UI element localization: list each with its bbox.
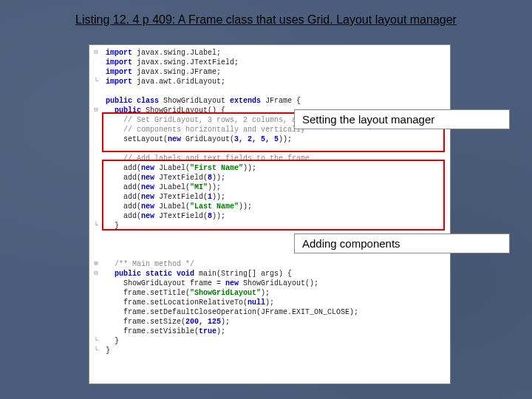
code-line: import javax.swing.JFrame;: [106, 67, 446, 77]
code-line: import javax.swing.JLabel;: [106, 48, 446, 58]
code-line: frame.setDefaultCloseOperation(JFrame.EX…: [106, 307, 446, 317]
code-line: [106, 86, 446, 96]
callout-setting-layout: Setting the layout manager: [294, 109, 510, 129]
code-line: add(new JLabel("MI"));: [106, 183, 446, 192]
code-line: add(new JLabel("First Name"));: [106, 163, 446, 173]
code-panel: ⊟ import javax.swing.JLabel; import java…: [89, 44, 451, 384]
code-line: frame.setTitle("ShowGridLayout");: [106, 288, 446, 298]
code-line: frame.setSize(200, 125);: [106, 317, 446, 327]
code-line: frame.setVisible(true);: [106, 327, 446, 336]
code-line: add(new JTextField(8));: [106, 211, 446, 221]
code-line: /** Main method */: [106, 259, 446, 269]
gutter-expand-icon: ⊞: [92, 259, 100, 269]
code-line: import java.awt.GridLayout;: [106, 77, 446, 86]
code-line: add(new JTextField(1));: [106, 192, 446, 202]
gutter-end-icon: └: [92, 346, 100, 355]
code-line: add(new JTextField(8));: [106, 173, 446, 183]
code-line: setLayout(new GridLayout(3, 2, 5, 5));: [106, 134, 446, 144]
code-line: import javax.swing.JTextField;: [106, 58, 446, 67]
code-line: }: [106, 346, 446, 355]
code-line: }: [106, 221, 446, 231]
code-line: ShowGridLayout frame = new ShowGridLayou…: [106, 279, 446, 288]
code-line: public static void main(String[] args) {: [106, 269, 446, 279]
gutter-collapse-icon: ⊟: [92, 48, 100, 58]
code-line: frame.setLocationRelativeTo(null);: [106, 298, 446, 307]
slide-title: Listing 12. 4 p 409: A Frame class that …: [44, 13, 488, 27]
code-line: add(new JLabel("Last Name"));: [106, 202, 446, 211]
gutter-collapse-icon: ⊟: [92, 106, 100, 115]
code-line: }: [106, 336, 446, 346]
gutter-collapse-icon: ⊟: [92, 269, 100, 279]
gutter-end-icon: └: [92, 221, 100, 231]
callout-adding-components: Adding components: [294, 233, 510, 253]
code-line: public class ShowGridLayout extends JFra…: [106, 96, 446, 106]
gutter-end-icon: └: [92, 77, 100, 86]
code-line: // Add labels and text fields to the fra…: [106, 154, 446, 163]
gutter-end-icon: └: [92, 336, 100, 346]
code-line: [106, 144, 446, 154]
